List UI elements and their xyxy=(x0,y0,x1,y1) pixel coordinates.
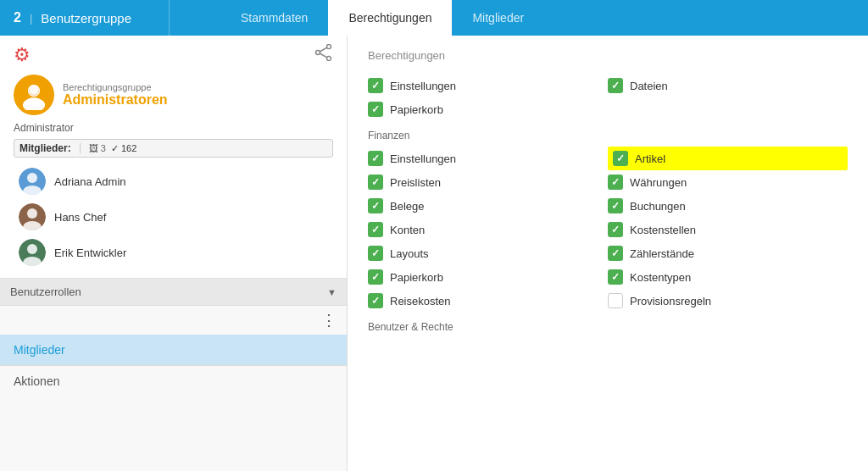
page-title: Benutzergruppe xyxy=(41,11,131,25)
members-title: Mitglieder: xyxy=(19,142,71,154)
right-panel: Berechtigungen ✓ Einstellungen ✓ Dateien… xyxy=(348,36,868,471)
members-count-img: 🖼 3 xyxy=(89,143,106,153)
perm-papierkorb-fin: ✓ Papierkorb xyxy=(368,265,608,289)
checkbox-artikel[interactable]: ✓ xyxy=(613,151,628,166)
checkbox-provisionsregeln[interactable] xyxy=(608,293,623,308)
admin-label: Administrator xyxy=(14,122,333,134)
perm-artikel: ✓ Artikel xyxy=(608,147,848,170)
checkbox-buchungen[interactable]: ✓ xyxy=(608,198,623,213)
group-info-section: ⚙ xyxy=(0,36,347,279)
perm-preislisten: ✓ Preislisten xyxy=(368,170,608,194)
checkbox-belege[interactable]: ✓ xyxy=(368,198,383,213)
sidebar-item-mitglieder[interactable]: Mitglieder xyxy=(0,335,347,365)
perm-kostentypen: ✓ Kostentypen xyxy=(608,265,848,289)
perm-zahlerstande: ✓ Zählerstände xyxy=(608,241,848,265)
gear-icon[interactable]: ⚙ xyxy=(14,44,31,66)
perm-fin-einstellungen: ✓ Einstellungen xyxy=(368,147,608,170)
left-panel: ⚙ xyxy=(0,36,348,471)
perm-wahrungen: ✓ Währungen xyxy=(608,170,848,194)
checkbox-preislisten[interactable]: ✓ xyxy=(368,175,383,190)
svg-point-11 xyxy=(25,97,42,108)
benutzerrollen-label: Benutzerrollen xyxy=(10,285,81,298)
header-left: 2 | Benutzergruppe xyxy=(0,0,170,36)
checkbox-konten[interactable]: ✓ xyxy=(368,222,383,237)
perm-einstellungen-top: ✓ Einstellungen xyxy=(368,74,608,97)
checkbox-layouts[interactable]: ✓ xyxy=(368,246,383,261)
tab-bar: Stammdaten Berechtigungen Mitglieder xyxy=(170,0,868,36)
checkbox-kostentypen[interactable]: ✓ xyxy=(608,269,623,285)
perm-buchungen: ✓ Buchungen xyxy=(608,194,848,218)
member-name: Adriana Admin xyxy=(54,175,126,188)
checkbox-reisekosten[interactable]: ✓ xyxy=(368,293,383,308)
svg-point-16 xyxy=(27,208,37,219)
svg-point-19 xyxy=(27,244,37,254)
group-name: Administratoren xyxy=(63,92,168,108)
share-icon[interactable] xyxy=(314,44,333,66)
sidebar-item-aktionen[interactable]: Aktionen xyxy=(0,365,347,396)
members-header: Mitglieder: 🖼 3 ✓ 162 xyxy=(14,139,333,158)
member-name: Hans Chef xyxy=(54,211,106,224)
avatar xyxy=(19,203,46,230)
perm-reisekosten: ✓ Reisekosten xyxy=(368,289,608,313)
tab-stammdaten[interactable]: Stammdaten xyxy=(220,0,328,36)
checkbox-kostenstellen[interactable]: ✓ xyxy=(608,222,623,237)
group-text: Berechtigungsgruppe Administratoren xyxy=(63,82,168,108)
perm-konten: ✓ Konten xyxy=(368,218,608,241)
list-item[interactable]: Hans Chef xyxy=(14,200,333,234)
checkbox-fin-einstellungen[interactable]: ✓ xyxy=(368,151,383,166)
finanzen-permissions-grid: ✓ Einstellungen ✓ Artikel ✓ Preislisten … xyxy=(368,147,848,313)
member-list: Adriana Admin Hans Chef xyxy=(14,164,333,269)
avatar xyxy=(19,239,46,266)
perm-belege: ✓ Belege xyxy=(368,194,608,218)
svg-point-1 xyxy=(327,57,331,61)
checkbox-zahlerstande[interactable]: ✓ xyxy=(608,246,623,261)
group-label: Berechtigungsgruppe xyxy=(63,82,168,92)
chevron-down-icon: ▼ xyxy=(327,287,337,297)
checkbox-papierkorb-fin[interactable]: ✓ xyxy=(368,269,383,285)
checkbox-wahrungen[interactable]: ✓ xyxy=(608,175,623,190)
tab-mitglieder[interactable]: Mitglieder xyxy=(452,0,544,36)
list-item[interactable]: Adriana Admin xyxy=(14,164,333,198)
perm-dateien: ✓ Dateien xyxy=(608,74,848,97)
svg-point-2 xyxy=(316,51,320,55)
perm-layouts: ✓ Layouts xyxy=(368,241,608,265)
section-title: Berechtigungen xyxy=(368,49,848,62)
main-layout: ⚙ xyxy=(0,36,868,471)
group-avatar xyxy=(14,75,54,115)
checkbox-papierkorb-top[interactable]: ✓ xyxy=(368,102,383,117)
more-options-icon[interactable]: ⋮ xyxy=(321,311,337,330)
record-number: 2 xyxy=(14,10,21,25)
svg-line-3 xyxy=(320,47,327,52)
members-count-check: ✓ 162 xyxy=(111,143,136,154)
top-icons-row: ⚙ xyxy=(14,44,333,66)
top-permissions-grid: ✓ Einstellungen ✓ Dateien ✓ Papierkorb xyxy=(368,74,848,121)
tab-berechtigungen[interactable]: Berechtigungen xyxy=(328,0,452,36)
list-item[interactable]: Erik Entwickler xyxy=(14,236,333,269)
svg-point-13 xyxy=(27,173,37,183)
benutzer-section-title: Benutzer & Rechte xyxy=(368,321,848,333)
svg-line-4 xyxy=(320,53,327,58)
finanzen-section-title: Finanzen xyxy=(368,130,848,141)
role-actions-bar: ⋮ xyxy=(0,306,347,335)
member-name: Erik Entwickler xyxy=(54,247,126,259)
svg-point-10 xyxy=(30,86,39,95)
perm-papierkorb-top: ✓ Papierkorb xyxy=(368,97,608,121)
app-header: 2 | Benutzergruppe Stammdaten Berechtigu… xyxy=(0,0,868,36)
avatar xyxy=(19,168,46,195)
perm-provisionsregeln: Provisionsregeln xyxy=(608,289,848,313)
svg-point-0 xyxy=(327,45,331,49)
group-info: Berechtigungsgruppe Administratoren xyxy=(14,75,333,115)
checkbox-einstellungen-top[interactable]: ✓ xyxy=(368,78,383,93)
perm-kostenstellen: ✓ Kostenstellen xyxy=(608,218,848,241)
benutzerrollen-section[interactable]: Benutzerrollen ▼ xyxy=(0,279,347,306)
checkbox-dateien[interactable]: ✓ xyxy=(608,78,623,93)
